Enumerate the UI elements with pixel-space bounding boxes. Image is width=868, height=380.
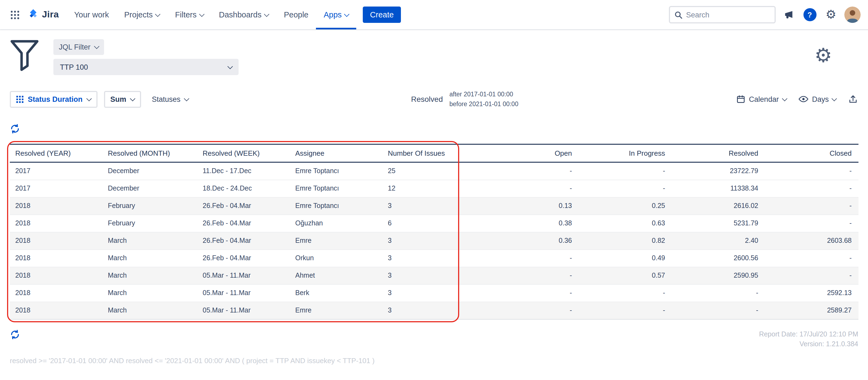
table-cell: 23722.79: [672, 162, 765, 180]
table-cell: 05.Mar - 11.Mar: [197, 267, 290, 284]
table-cell: 2600.56: [672, 250, 765, 267]
table-cell: 18.Dec - 24.Dec: [197, 180, 290, 197]
export-button[interactable]: [848, 94, 858, 104]
resolved-date-range[interactable]: Resolved after 2017-01-01 00:00 before 2…: [411, 89, 518, 109]
table-cell: Ahmet: [290, 267, 382, 284]
resolved-before: before 2021-01-01 00:00: [450, 101, 518, 107]
table-row: 2017December18.Dec - 24.DecEmre Toptancı…: [10, 180, 858, 197]
column-header: Resolved: [672, 144, 765, 162]
nav-label: Apps: [323, 10, 342, 19]
notifications-button[interactable]: [780, 6, 797, 23]
table-header-row: Resolved (YEAR)Resolved (MONTH)Resolved …: [10, 144, 858, 162]
nav-item-filters[interactable]: Filters: [167, 0, 211, 29]
table-cell: 0.25: [579, 197, 672, 215]
toolbar-left: Status Duration Sum Statuses: [10, 91, 193, 108]
toolbar-right: Calendar Days: [737, 94, 858, 104]
chevron-down-icon: [184, 96, 190, 101]
filter-section: JQL Filter TTP 100 ⚙: [0, 29, 868, 75]
nav-item-dashboards[interactable]: Dashboards: [211, 0, 276, 29]
selected-filter-value: TTP 100: [60, 63, 88, 71]
table-cell: Orkun: [290, 250, 382, 267]
settings-button[interactable]: ⚙: [823, 6, 839, 23]
column-header: Resolved (YEAR): [10, 144, 102, 162]
status-duration-table: Resolved (YEAR)Resolved (MONTH)Resolved …: [10, 144, 858, 320]
nav-item-apps[interactable]: Apps: [316, 0, 356, 29]
jql-query-text: resolved >= '2017-01-01 00:00' AND resol…: [10, 357, 858, 365]
chevron-down-icon: [832, 96, 837, 101]
nav-item-projects[interactable]: Projects: [117, 0, 167, 29]
jira-logo[interactable]: Jira: [27, 9, 59, 21]
table-cell: 11.Dec - 17.Dec: [197, 162, 290, 180]
table-cell: 3: [382, 250, 486, 267]
table-cell: 3: [382, 267, 486, 284]
table-cell: 26.Feb - 04.Mar: [197, 232, 290, 250]
table-cell: -: [579, 180, 672, 197]
table-cell: 2018: [10, 250, 102, 267]
table-cell: Emre: [290, 232, 382, 250]
table-cell: 0.36: [486, 232, 579, 250]
search-input[interactable]: [686, 11, 770, 19]
table-cell: 12: [382, 180, 486, 197]
chevron-down-icon: [199, 11, 205, 17]
jira-page: Jira Your work Projects Filters Dashboar…: [0, 0, 868, 380]
navbar-right: ? ⚙: [669, 6, 860, 23]
jql-filter-dropdown[interactable]: JQL Filter: [53, 39, 104, 55]
grid-icon: [16, 96, 24, 103]
table-cell: February: [102, 215, 197, 232]
table-row: 2018February26.Feb - 04.MarOğuzhan60.380…: [10, 215, 858, 232]
table-cell: 2018: [10, 232, 102, 250]
sum-dropdown[interactable]: Sum: [104, 91, 141, 108]
table-cell: -: [579, 302, 672, 319]
gear-icon: ⚙: [814, 44, 832, 66]
table-cell: 0.38: [486, 215, 579, 232]
nav-label: Your work: [74, 10, 109, 19]
statuses-label: Statuses: [152, 95, 181, 103]
app-switcher-button[interactable]: [6, 6, 23, 23]
column-header: Resolved (WEEK): [197, 144, 290, 162]
table-cell: March: [102, 302, 197, 319]
nav-item-your-work[interactable]: Your work: [66, 0, 117, 29]
refresh-button-top[interactable]: [10, 124, 20, 134]
table-cell: -: [579, 162, 672, 180]
status-duration-dropdown[interactable]: Status Duration: [10, 91, 97, 108]
table-cell: 6: [382, 215, 486, 232]
table-cell: -: [486, 302, 579, 319]
table-cell: 2616.02: [672, 197, 765, 215]
days-label: Days: [812, 95, 829, 103]
filter-controls: JQL Filter TTP 100: [53, 39, 239, 75]
report-settings-button[interactable]: ⚙: [814, 46, 832, 65]
resolved-range: after 2017-01-01 00:00 before 2021-01-01…: [450, 89, 518, 109]
table-cell: -: [579, 284, 672, 302]
table-cell: -: [765, 162, 858, 180]
user-avatar[interactable]: [844, 6, 860, 23]
table-cell: 2017: [10, 162, 102, 180]
table-row: 2018March26.Feb - 04.MarEmre30.360.822.4…: [10, 232, 858, 250]
report-version: Version: 1.21.0.384: [759, 339, 858, 349]
sum-label: Sum: [110, 95, 126, 103]
calendar-dropdown[interactable]: Calendar: [737, 95, 786, 104]
column-header: Closed: [765, 144, 858, 162]
refresh-button-bottom[interactable]: [10, 329, 20, 340]
refresh-icon: [10, 329, 20, 340]
table-cell: Emre Toptancı: [290, 197, 382, 215]
days-dropdown[interactable]: Days: [798, 95, 836, 103]
megaphone-icon: [783, 9, 794, 20]
table-cell: 26.Feb - 04.Mar: [197, 250, 290, 267]
nav-item-people[interactable]: People: [276, 0, 316, 29]
status-duration-label: Status Duration: [28, 95, 83, 103]
table-cell: 05.Mar - 11.Mar: [197, 302, 290, 319]
table-cell: -: [765, 267, 858, 284]
table-row: 2018February26.Feb - 04.MarEmre Toptancı…: [10, 197, 858, 215]
help-button[interactable]: ?: [802, 6, 818, 23]
table-cell: 2590.95: [672, 267, 765, 284]
table-cell: 3: [382, 232, 486, 250]
statuses-dropdown[interactable]: Statuses: [148, 92, 193, 107]
create-button[interactable]: Create: [363, 6, 401, 23]
column-header: Assignee: [290, 144, 382, 162]
table-cell: 0.13: [486, 197, 579, 215]
table-cell: 05.Mar - 11.Mar: [197, 284, 290, 302]
table-cell: February: [102, 197, 197, 215]
table-cell: December: [102, 162, 197, 180]
filter-select[interactable]: TTP 100: [53, 59, 239, 75]
resolved-label: Resolved: [411, 95, 443, 104]
